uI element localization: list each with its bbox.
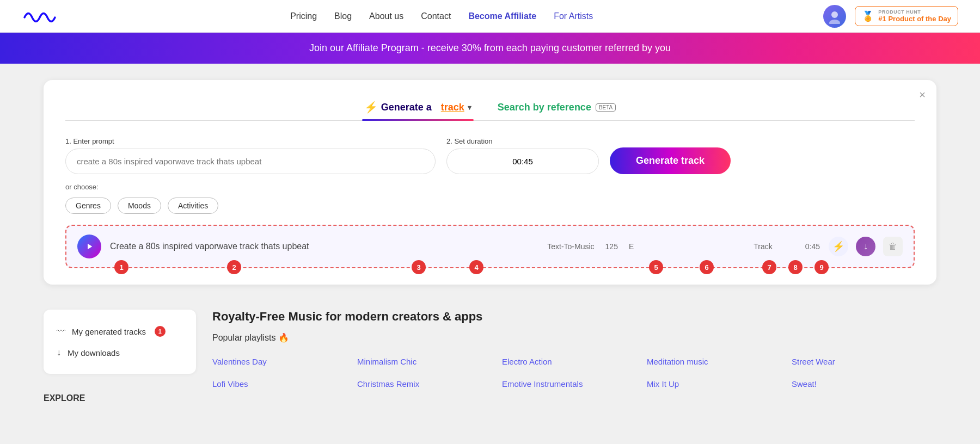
bubble-2: 2 [227,260,241,274]
tab-search[interactable]: Search by reference BETA [495,96,618,120]
bubble-6: 6 [700,260,714,274]
nav-blog[interactable]: Blog [334,11,352,21]
nav-links: Pricing Blog About us Contact Become Aff… [290,11,593,21]
genres-button[interactable]: Genres [65,198,111,214]
download-button[interactable]: ↓ [856,237,875,256]
chevron-down-icon: ▾ [468,103,471,112]
playlist-electro-action[interactable]: Electro Action [502,354,647,369]
track-actions: ⚡ ↓ 🗑 [829,237,903,256]
trophy-icon: 🏅 [862,10,874,22]
tabs: ⚡ Generate a track ▾ Search by reference… [65,96,915,121]
tab-generate-text: Generate a [381,102,432,113]
delete-button[interactable]: 🗑 [883,237,903,256]
duration-group: 2. Set duration [446,137,599,174]
or-choose-text: or choose: [65,183,915,191]
track-meta: Text-To-Music 125 E Track 0:45 [547,242,820,251]
prompt-group: 1. Enter prompt [65,137,436,174]
track-bpm: 125 [605,242,618,251]
explore-title: EXPLORE [44,385,196,408]
duration-label: 2. Set duration [446,137,599,145]
close-button[interactable]: × [919,89,926,101]
tab-track-word: track [441,102,464,113]
tab-generate[interactable]: ⚡ Generate a track ▾ [362,96,474,120]
nav-artists[interactable]: For Artists [554,11,593,21]
track-type: Text-To-Music [547,242,594,251]
activities-button[interactable]: Activities [168,198,218,214]
svg-point-0 [831,11,838,18]
sidebar-item-downloads[interactable]: ↓ My downloads [57,342,183,363]
generate-button[interactable]: Generate track [610,147,731,174]
generated-count-badge: 1 [155,326,166,337]
playlist-emotive-instrumentals[interactable]: Emotive Instrumentals [502,376,647,392]
playlist-christmas-remix[interactable]: Christmas Remix [357,376,502,392]
generator-card: × ⚡ Generate a track ▾ Search by referen… [44,80,936,285]
moods-button[interactable]: Moods [118,198,161,214]
tab-search-text: Search by reference [498,102,591,113]
playlist-street-wear[interactable]: Street Wear [792,354,936,369]
track-row: Create a 80s inspired vaporwave track th… [65,225,915,268]
regenerate-button[interactable]: ⚡ [829,237,848,256]
tag-buttons: Genres Moods Activities [65,198,915,214]
popular-label: Popular playlists 🔥 [212,332,936,343]
generated-label: My generated tracks [72,327,146,336]
play-button[interactable] [77,235,101,258]
svg-point-1 [829,20,840,24]
nav-about[interactable]: About us [369,11,403,21]
banner-text: Join our Affiliate Program - receive 30%… [309,42,671,53]
download-icon: ↓ [57,348,61,357]
sidebar-card: 〰 My generated tracks 1 ↓ My downloads [44,310,196,374]
sidebar: 〰 My generated tracks 1 ↓ My downloads E… [44,310,196,408]
track-key: E [629,242,634,251]
bottom-section: 〰 My generated tracks 1 ↓ My downloads E… [0,310,980,408]
playlist-mix-it-up[interactable]: Mix It Up [647,376,792,392]
prompt-input[interactable] [65,149,436,174]
downloads-label: My downloads [68,348,120,357]
svg-marker-2 [88,244,92,250]
track-duration: 0:45 [805,242,820,251]
nav-pricing[interactable]: Pricing [290,11,317,21]
sidebar-item-generated[interactable]: 〰 My generated tracks 1 [57,320,183,342]
avatar[interactable] [823,5,846,28]
affiliate-banner[interactable]: Join our Affiliate Program - receive 30%… [0,33,980,64]
ph-label: PRODUCT HUNT [878,9,951,15]
navbar: Pricing Blog About us Contact Become Aff… [0,0,980,33]
main-top: × ⚡ Generate a track ▾ Search by referen… [0,64,980,301]
playlist-lofi-vibes[interactable]: Lofi Vibes [212,376,357,392]
logo[interactable] [22,7,60,26]
tracks-title: Royalty-Free Music for modern creators &… [212,310,936,324]
track-title: Create a 80s inspired vaporwave track th… [110,242,538,251]
bubble-3: 3 [412,260,426,274]
prompt-label: 1. Enter prompt [65,137,436,145]
bubble-1: 1 [114,260,128,274]
product-hunt-text: PRODUCT HUNT #1 Product of the Day [878,9,951,23]
bubble-9: 9 [814,260,829,274]
bubble-7: 7 [762,260,776,274]
nav-affiliate[interactable]: Become Affiliate [468,11,536,21]
bolt-icon: ⚡ [364,101,378,114]
playlist-sweat[interactable]: Sweat! [792,376,936,392]
ph-title: #1 Product of the Day [878,15,951,23]
playlist-minimalism-chic[interactable]: Minimalism Chic [357,354,502,369]
playlist-meditation-music[interactable]: Meditation music [647,354,792,369]
bubble-8: 8 [788,260,803,274]
navbar-right: 🏅 PRODUCT HUNT #1 Product of the Day [823,5,958,28]
duration-input[interactable] [446,149,599,174]
waveform-icon: 〰 [57,326,65,336]
beta-badge: BETA [596,103,616,112]
nav-contact[interactable]: Contact [421,11,451,21]
track-label: Track [754,242,772,251]
product-hunt-badge[interactable]: 🏅 PRODUCT HUNT #1 Product of the Day [855,6,958,26]
bubble-5: 5 [649,260,663,274]
form-row: 1. Enter prompt 2. Set duration Generate… [65,137,915,174]
tracks-area: Royalty-Free Music for modern creators &… [212,310,936,408]
playlist-grid: Valentines Day Minimalism Chic Electro A… [212,354,936,392]
playlist-valentines-day[interactable]: Valentines Day [212,354,357,369]
bubble-4: 4 [469,260,483,274]
